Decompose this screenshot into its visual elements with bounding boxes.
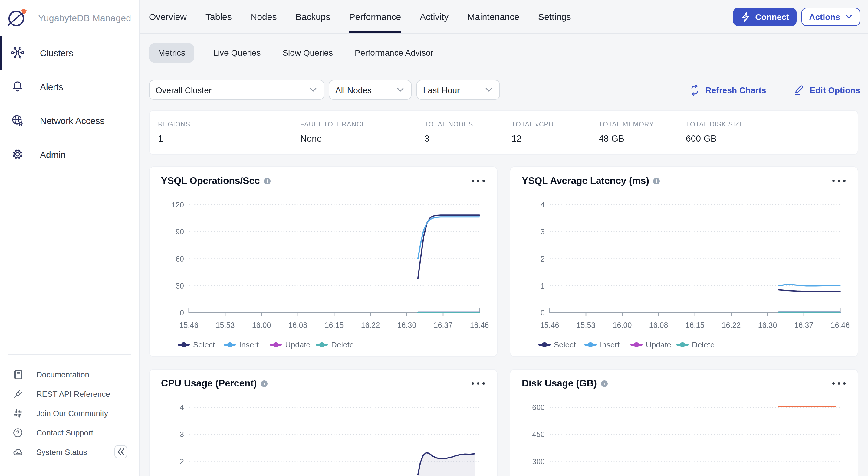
legend-item-update[interactable]: Update bbox=[631, 340, 671, 349]
stat-total-nodes: TOTAL NODES3 bbox=[424, 111, 512, 154]
stat-value: 48 GB bbox=[599, 133, 686, 143]
svg-text:300: 300 bbox=[532, 457, 545, 466]
legend-item-delete[interactable]: Delete bbox=[677, 340, 715, 349]
svg-text:450: 450 bbox=[532, 430, 545, 439]
stat-label: TOTAL vCPU bbox=[512, 121, 599, 128]
sidebar-divider bbox=[8, 354, 131, 355]
tab-overview[interactable]: Overview bbox=[149, 0, 187, 33]
svg-text:Update: Update bbox=[646, 340, 671, 349]
sidebar-footer-item-contact-support[interactable]: Contact Support bbox=[0, 423, 139, 442]
nodes-select[interactable]: All Nodes bbox=[329, 80, 412, 100]
refresh-charts-button[interactable]: Refresh Charts bbox=[690, 84, 766, 95]
stat-label: FAULT TOLERANCE bbox=[300, 121, 424, 128]
legend-item-select[interactable]: Select bbox=[179, 340, 215, 349]
chevron-down-icon bbox=[846, 14, 852, 19]
svg-text:15:53: 15:53 bbox=[577, 321, 596, 329]
cluster-scope-value: Overall Cluster bbox=[156, 85, 212, 95]
app-root: YugabyteDB Managed ClustersAlertsNetwork… bbox=[0, 0, 868, 476]
sidebar-collapse-button[interactable] bbox=[115, 445, 127, 458]
tab-backups[interactable]: Backups bbox=[296, 0, 330, 33]
legend-item-delete[interactable]: Delete bbox=[317, 340, 354, 349]
svg-text:15:53: 15:53 bbox=[216, 321, 235, 329]
svg-text:16:15: 16:15 bbox=[685, 321, 705, 329]
svg-text:Delete: Delete bbox=[331, 340, 354, 349]
main-content: OverviewTablesNodesBackupsPerformanceAct… bbox=[141, 0, 868, 476]
tab-tables[interactable]: Tables bbox=[206, 0, 232, 33]
actions-button[interactable]: Actions bbox=[801, 7, 860, 26]
legend-item-select[interactable]: Select bbox=[539, 340, 576, 349]
svg-text:30: 30 bbox=[176, 281, 184, 290]
sidebar-item-alerts[interactable]: Alerts bbox=[0, 70, 139, 103]
support-question-icon bbox=[13, 427, 23, 438]
subtab-live-queries[interactable]: Live Queries bbox=[210, 43, 264, 63]
stat-label: TOTAL MEMORY bbox=[599, 121, 686, 128]
sidebar-footer-item-documentation[interactable]: Documentation bbox=[0, 365, 139, 384]
tab-performance[interactable]: Performance bbox=[349, 0, 401, 33]
subtab-slow-queries[interactable]: Slow Queries bbox=[279, 43, 336, 63]
svg-text:Select: Select bbox=[193, 340, 215, 349]
double-chevron-left-icon bbox=[117, 448, 125, 455]
tab-activity[interactable]: Activity bbox=[420, 0, 448, 33]
svg-text:16:37: 16:37 bbox=[434, 321, 453, 329]
svg-text:Select: Select bbox=[554, 340, 576, 349]
sidebar-item-admin[interactable]: Admin bbox=[0, 137, 139, 171]
svg-text:1: 1 bbox=[540, 281, 545, 290]
system-status-cloud-icon bbox=[13, 447, 23, 457]
svg-text:15:46: 15:46 bbox=[540, 321, 559, 329]
svg-text:16:00: 16:00 bbox=[613, 321, 632, 329]
stat-value: 1 bbox=[158, 133, 300, 143]
documentation-book-icon bbox=[13, 369, 23, 379]
svg-text:16:08: 16:08 bbox=[288, 321, 308, 329]
svg-text:0: 0 bbox=[180, 308, 184, 317]
legend-item-insert[interactable]: Insert bbox=[585, 340, 620, 349]
stat-label: REGIONS bbox=[158, 121, 300, 128]
chart-plot-ysql-operations: 030609012015:4615:5316:0016:0816:1516:22… bbox=[150, 167, 498, 358]
admin-gear-icon bbox=[11, 147, 24, 161]
stat-total-memory: TOTAL MEMORY48 GB bbox=[599, 111, 686, 154]
svg-text:16:22: 16:22 bbox=[722, 321, 741, 329]
api-plug-icon bbox=[13, 388, 23, 399]
cluster-scope-select[interactable]: Overall Cluster bbox=[149, 80, 324, 100]
legend-item-insert[interactable]: Insert bbox=[224, 340, 259, 349]
brand-label: YugabyteDB Managed bbox=[38, 12, 131, 23]
edit-options-button[interactable]: Edit Options bbox=[794, 84, 860, 95]
subtab-performance-advisor[interactable]: Performance Advisor bbox=[352, 43, 436, 63]
sidebar-footer-item-join-our-community[interactable]: Join Our Community bbox=[0, 403, 139, 423]
slack-icon bbox=[13, 408, 23, 418]
svg-text:120: 120 bbox=[171, 201, 184, 209]
charts-grid: YSQL Operations/Seci030609012015:4615:53… bbox=[149, 166, 858, 476]
chart-plot-ysql-latency: 0123415:4615:5316:0016:0816:1516:2216:30… bbox=[510, 167, 859, 358]
tab-maintenance[interactable]: Maintenance bbox=[467, 0, 519, 33]
chart-card-ysql-operations: YSQL Operations/Seci030609012015:4615:53… bbox=[149, 166, 498, 357]
legend-item-update[interactable]: Update bbox=[271, 340, 311, 349]
tab-settings[interactable]: Settings bbox=[538, 0, 571, 33]
svg-text:2: 2 bbox=[180, 457, 184, 466]
brand[interactable]: YugabyteDB Managed bbox=[0, 0, 139, 35]
sidebar-footer-item-rest-api-reference[interactable]: REST API Reference bbox=[0, 384, 139, 403]
edit-options-label: Edit Options bbox=[810, 85, 860, 95]
sidebar-item-clusters[interactable]: Clusters bbox=[0, 36, 139, 70]
sidebar-footer-label: REST API Reference bbox=[36, 389, 110, 398]
svg-text:16:37: 16:37 bbox=[795, 321, 813, 329]
svg-text:2: 2 bbox=[540, 254, 545, 263]
stat-total-disk-size: TOTAL DISK SIZE600 GB bbox=[686, 111, 744, 154]
chart-card-cpu-usage: CPU Usage (Percent)i0123415:4615:5316:00… bbox=[149, 369, 498, 476]
chevron-down-icon bbox=[310, 88, 317, 92]
subtab-metrics[interactable]: Metrics bbox=[149, 43, 194, 63]
sidebar: YugabyteDB Managed ClustersAlertsNetwork… bbox=[0, 0, 140, 476]
stat-fault-tolerance: FAULT TOLERANCENone bbox=[300, 111, 424, 154]
svg-text:16:30: 16:30 bbox=[758, 321, 777, 329]
sidebar-item-network-access[interactable]: Network Access bbox=[0, 103, 139, 137]
chevron-down-icon bbox=[486, 88, 492, 92]
stat-total-vcpu: TOTAL vCPU12 bbox=[512, 111, 599, 154]
performance-subtabs: MetricsLive QueriesSlow QueriesPerforman… bbox=[149, 43, 868, 63]
sidebar-item-label: Clusters bbox=[40, 47, 73, 58]
sidebar-footer-label: Documentation bbox=[36, 370, 89, 379]
tab-nodes[interactable]: Nodes bbox=[251, 0, 277, 33]
lightning-icon bbox=[740, 11, 750, 22]
connect-button[interactable]: Connect bbox=[733, 7, 796, 26]
svg-text:Insert: Insert bbox=[239, 340, 259, 349]
stat-label: TOTAL NODES bbox=[424, 121, 512, 128]
time-range-select[interactable]: Last Hour bbox=[416, 80, 500, 100]
svg-text:16:46: 16:46 bbox=[831, 321, 850, 329]
